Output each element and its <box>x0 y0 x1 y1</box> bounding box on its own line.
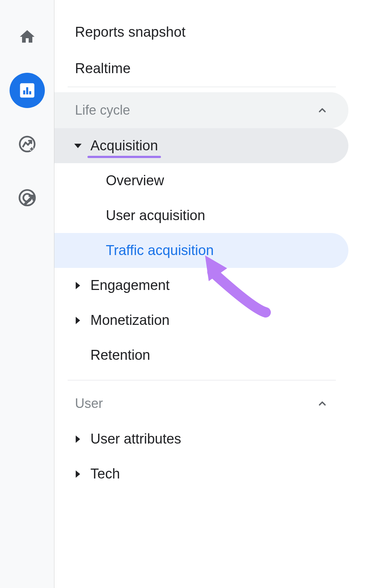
svg-marker-12 <box>76 435 80 443</box>
svg-marker-9 <box>74 144 82 148</box>
divider <box>68 87 336 87</box>
triangle-down-icon <box>65 142 90 150</box>
triangle-right-icon <box>65 282 90 289</box>
section-label: Life cycle <box>75 103 130 118</box>
rail-home[interactable] <box>10 19 45 54</box>
explore-icon <box>17 134 37 154</box>
category-label: Retention <box>90 347 150 363</box>
category-label: Monetization <box>90 312 169 328</box>
triangle-right-icon <box>65 435 90 443</box>
section-label: User <box>75 396 103 411</box>
category-label: Tech <box>90 466 120 482</box>
icon-rail <box>0 0 54 588</box>
chevron-up-icon <box>317 398 328 409</box>
triangle-right-icon <box>65 317 90 324</box>
sub-overview[interactable]: Overview <box>54 163 348 198</box>
category-retention[interactable]: Retention <box>54 338 348 373</box>
nav-reports-snapshot[interactable]: Reports snapshot <box>54 14 391 50</box>
nav-realtime[interactable]: Realtime <box>54 50 391 87</box>
rail-advertising[interactable] <box>10 180 45 215</box>
svg-rect-3 <box>29 91 31 94</box>
category-engagement[interactable]: Engagement <box>54 268 348 303</box>
category-monetization[interactable]: Monetization <box>54 303 348 338</box>
divider <box>68 380 336 380</box>
section-user[interactable]: User <box>54 386 348 422</box>
svg-marker-10 <box>76 282 80 289</box>
triangle-right-icon <box>65 470 90 478</box>
svg-rect-1 <box>23 90 25 94</box>
rail-reports[interactable] <box>10 73 45 108</box>
category-user-attributes[interactable]: User attributes <box>54 422 348 456</box>
nav-panel: Reports snapshot Realtime Life cycle Acq… <box>54 0 391 588</box>
chevron-up-icon <box>317 105 328 116</box>
sub-user-acquisition[interactable]: User acquisition <box>54 198 348 233</box>
rail-explore[interactable] <box>10 126 45 162</box>
reports-icon <box>18 81 37 100</box>
category-tech[interactable]: Tech <box>54 456 348 491</box>
svg-marker-13 <box>76 470 80 478</box>
category-label: User attributes <box>90 431 181 447</box>
category-acquisition[interactable]: Acquisition <box>54 128 348 163</box>
category-label: Engagement <box>90 277 170 293</box>
home-icon <box>18 28 36 46</box>
sub-traffic-acquisition[interactable]: Traffic acquisition <box>54 233 348 268</box>
svg-rect-2 <box>26 87 28 94</box>
category-label: Acquisition <box>90 138 158 154</box>
section-life-cycle[interactable]: Life cycle <box>54 92 348 128</box>
svg-marker-11 <box>76 317 80 324</box>
advertising-icon <box>17 187 37 208</box>
